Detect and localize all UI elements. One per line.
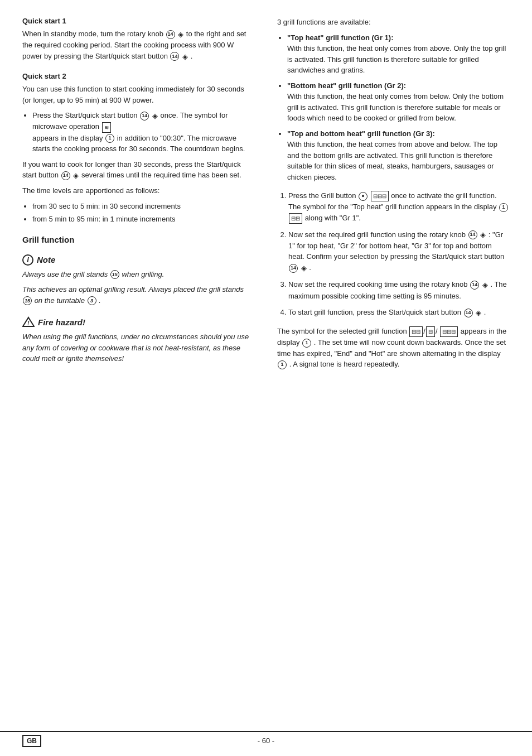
note-icon: i: [22, 254, 33, 266]
grill-function-section: Grill function: [22, 235, 255, 244]
bullet-press-start: Press the Start/quick start button 14 ◈ …: [32, 110, 255, 154]
icon-3: 3: [88, 296, 96, 305]
grill-symbol-top: ⊟⊟⊟: [371, 191, 389, 201]
wave-icon-4: ◈: [73, 170, 79, 181]
microwave-symbol: ≋: [102, 122, 111, 133]
time-levels-intro: The time levels are apportioned as follo…: [22, 185, 255, 196]
icon-1: 1: [105, 134, 114, 143]
icon-1d: 1: [278, 360, 287, 369]
step-2: Now set the required grill function usin…: [288, 229, 510, 274]
quick-start-1-heading: Quick start 1: [22, 17, 255, 25]
wave-icon-3: ◈: [152, 110, 158, 122]
time-levels-list: from 30 sec to 5 min: in 30 second incre…: [32, 201, 255, 225]
wave-icon-1: ◈: [178, 29, 183, 40]
icon-1b: 1: [499, 203, 508, 212]
icon-14c: 14: [140, 112, 149, 121]
step-1: Press the Grill button ● ⊟⊟⊟ once to act…: [288, 190, 510, 224]
grill-bullet-2-text: With this function, the heat comes from …: [287, 140, 497, 181]
grill-bullet-1: "Bottom heat" grill function (Gr 2): Wit…: [287, 80, 510, 124]
bottom-bar: GB - 60 -: [0, 731, 532, 745]
icon-14h: 14: [464, 309, 473, 317]
final-paragraph: The symbol for the selected grill functi…: [277, 326, 510, 370]
wave-icon-2: ◈: [182, 51, 188, 62]
step-4: To start grill function, press the Start…: [288, 307, 510, 318]
icon-14b: 14: [170, 52, 179, 61]
fire-hazard-title: ! Fire hazard!: [22, 316, 255, 328]
icon-15b: 15: [23, 296, 32, 305]
icon-14e: 14: [468, 230, 477, 239]
note-title: i Note: [22, 254, 255, 266]
grill-bullet-2: "Top and bottom heat" grill function (Gr…: [287, 128, 510, 183]
right-column: 3 grill functions are available: "Top he…: [277, 17, 510, 374]
note-box: i Note Always use the grill stands 15 wh…: [22, 254, 255, 306]
fire-hazard-box: ! Fire hazard! When using the grill func…: [22, 316, 255, 364]
grill-bullet-1-text: With this function, the heat only comes …: [287, 92, 504, 122]
quick-start-2-para1: You can use this function to start cooki…: [22, 84, 255, 105]
lang-badge: GB: [22, 735, 41, 747]
icon-bullet: ●: [359, 192, 367, 201]
grill-bullet-2-title: "Top and bottom heat" grill function (Gr…: [287, 129, 435, 138]
quick-start-2-bullets: Press the Start/quick start button 14 ◈ …: [32, 110, 255, 154]
icon-14: 14: [166, 30, 175, 39]
icon-14d: 14: [61, 171, 70, 180]
grill-function-heading: Grill function: [22, 235, 255, 244]
wave-icon-7: ◈: [482, 280, 488, 291]
note-line1: Always use the grill stands 15 when gril…: [22, 269, 255, 280]
longer-than-30s: If you want to cook for longer than 30 s…: [22, 159, 255, 181]
grill-bullet-1-title: "Bottom heat" grill function (Gr 2):: [287, 81, 406, 90]
fire-hazard-text: When using the grill functions, under no…: [22, 331, 255, 364]
wave-icon-6: ◈: [301, 263, 307, 274]
grill-sym-final3: ⊟⊟⊟: [440, 326, 458, 337]
page-number: - 60 -: [258, 736, 274, 745]
grill-bullet-0-text: With this function, the heat only comes …: [287, 44, 506, 74]
icon-14f: 14: [289, 264, 298, 273]
grill-bullet-0-title: "Top heat" grill function (Gr 1):: [287, 33, 393, 42]
note-line2: This achieves an optimal grilling result…: [22, 284, 255, 306]
grill-sym-final1: ⊟⊟: [409, 326, 423, 337]
step-3: Now set the required cooking time using …: [288, 279, 510, 301]
time-level-1: from 30 sec to 5 min: in 30 second incre…: [32, 201, 255, 212]
icon-1c: 1: [302, 339, 311, 348]
quick-start-2-heading: Quick start 2: [22, 72, 255, 80]
svg-text:!: !: [27, 320, 30, 326]
icon-14g: 14: [470, 281, 479, 290]
grill-steps-list: Press the Grill button ● ⊟⊟⊟ once to act…: [288, 190, 510, 318]
grill-bullets-list: "Top heat" grill function (Gr 1): With t…: [287, 32, 510, 183]
grill-symbol-gr1: ⊟⊟: [289, 213, 302, 224]
grill-functions-intro: 3 grill functions are available:: [277, 17, 510, 28]
quick-start-2-section: Quick start 2 You can use this function …: [22, 72, 255, 225]
wave-icon-8: ◈: [476, 307, 481, 319]
icon-15: 15: [110, 270, 119, 279]
quick-start-1-para1: When in standby mode, turn the rotary kn…: [22, 28, 255, 62]
warning-triangle-icon: !: [22, 316, 35, 328]
quick-start-1-section: Quick start 1 When in standby mode, turn…: [22, 17, 255, 62]
grill-sym-final2: ⊟: [426, 326, 435, 337]
wave-icon-5: ◈: [480, 229, 486, 240]
grill-bullet-0: "Top heat" grill function (Gr 1): With t…: [287, 32, 510, 76]
time-level-2: from 5 min to 95 min: in 1 minute increm…: [32, 214, 255, 225]
left-column: Quick start 1 When in standby mode, turn…: [22, 17, 260, 374]
